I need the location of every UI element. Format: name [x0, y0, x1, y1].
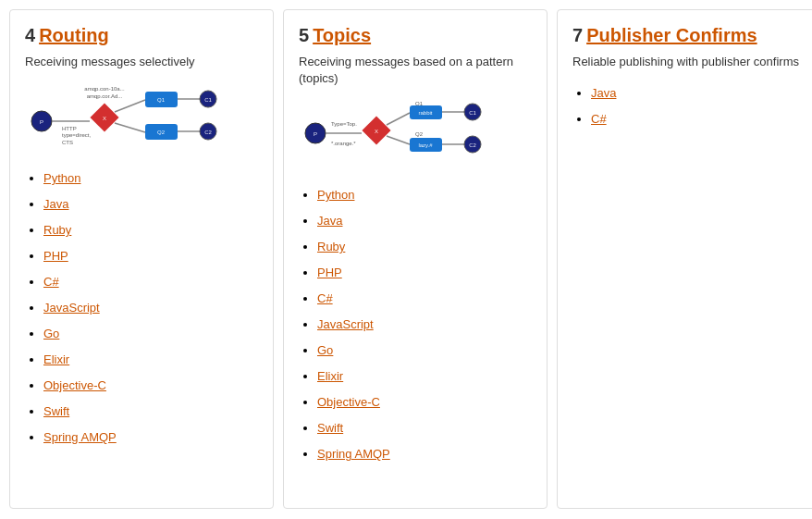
link-elixir[interactable]: Elixir — [43, 352, 69, 366]
list-item: Objective-C — [43, 372, 258, 398]
link-go[interactable]: Go — [43, 327, 59, 340]
card-topics: 5 TopicsReceiving messages based on a pa… — [283, 9, 547, 509]
card-number: 5 — [299, 25, 309, 46]
link-objective-c[interactable]: Objective-C — [43, 378, 106, 392]
link-swift[interactable]: Swift — [317, 421, 343, 435]
svg-text:HTTP: HTTP — [62, 126, 77, 131]
card-title-routing[interactable]: Routing — [39, 25, 109, 46]
svg-text:Q2: Q2 — [415, 131, 424, 137]
svg-line-11 — [115, 123, 145, 132]
svg-text:Q2: Q2 — [157, 130, 166, 135]
card-description: Receiving messages based on a pattern (t… — [299, 54, 532, 87]
card-title-publisher-confirms[interactable]: Publisher Confirms — [586, 25, 757, 46]
svg-text:lazy.#: lazy.# — [418, 142, 433, 148]
svg-line-31 — [387, 136, 410, 144]
svg-text:X: X — [375, 129, 378, 134]
link-c[interactable]: C# — [591, 112, 607, 126]
link-ruby[interactable]: Ruby — [317, 240, 345, 253]
card-title-topics[interactable]: Topics — [313, 25, 371, 46]
list-item: JavaScript — [317, 311, 532, 337]
list-item: Swift — [43, 398, 258, 424]
link-go[interactable]: Go — [317, 343, 333, 357]
list-item: Ruby — [43, 216, 258, 242]
list-item: PHP — [43, 242, 258, 268]
links-list: PythonJavaRubyPHPC#JavaScriptGoElixirObj… — [299, 181, 532, 466]
svg-text:C1: C1 — [204, 97, 212, 103]
list-item: Python — [317, 181, 532, 207]
list-item: Java — [317, 207, 532, 233]
list-item: C# — [43, 268, 258, 294]
link-python[interactable]: Python — [317, 188, 354, 202]
list-item: Elixir — [317, 363, 532, 389]
svg-text:amqp.con-10a...: amqp.con-10a... — [84, 86, 125, 92]
list-item: Go — [43, 320, 258, 346]
card-header: 7 Publisher Confirms — [572, 25, 806, 46]
svg-text:Type=Top.: Type=Top. — [331, 121, 357, 127]
link-java[interactable]: Java — [317, 214, 342, 228]
link-java[interactable]: Java — [591, 86, 616, 100]
list-item: Java — [43, 191, 258, 216]
card-number: 7 — [572, 25, 583, 46]
links-list: PythonJavaRubyPHPC#JavaScriptGoElixirObj… — [25, 165, 258, 450]
svg-line-30 — [387, 113, 410, 125]
links-list: JavaC# — [572, 80, 806, 131]
card-description: Receiving messages selectively — [25, 54, 258, 70]
svg-text:C1: C1 — [469, 110, 476, 116]
card-header: 4 Routing — [25, 25, 258, 46]
card-publisher-confirms: 7 Publisher ConfirmsReliable publishing … — [557, 9, 812, 509]
svg-text:amqp.cor.Ad...: amqp.cor.Ad... — [87, 93, 123, 99]
link-spring-amqp[interactable]: Spring AMQP — [43, 430, 117, 444]
link-c[interactable]: C# — [43, 275, 59, 289]
svg-text:rabbit: rabbit — [418, 110, 432, 116]
link-javascript[interactable]: JavaScript — [43, 301, 100, 315]
link-swift[interactable]: Swift — [43, 404, 69, 418]
link-elixir[interactable]: Elixir — [317, 369, 343, 383]
list-item: Java — [591, 80, 806, 105]
link-ruby[interactable]: Ruby — [43, 223, 71, 237]
link-php[interactable]: PHP — [317, 266, 342, 279]
svg-text:*.orange.*: *.orange.* — [331, 141, 356, 146]
card-header: 5 Topics — [299, 25, 532, 46]
diagram-topics: P Type=Top. *.orange.* X Q1 — [299, 96, 532, 170]
svg-text:X: X — [103, 116, 106, 121]
card-description: Reliable publishing with publisher confi… — [572, 54, 806, 70]
link-c[interactable]: C# — [317, 291, 333, 305]
card-routing: 4 RoutingReceiving messages selectively … — [9, 9, 274, 509]
link-php[interactable]: PHP — [43, 249, 68, 263]
link-java[interactable]: Java — [43, 197, 68, 211]
list-item: Ruby — [317, 233, 532, 259]
svg-text:C2: C2 — [204, 130, 212, 135]
list-item: Python — [43, 165, 258, 191]
list-item: Spring AMQP — [43, 424, 258, 450]
card-number: 4 — [25, 25, 35, 46]
list-item: JavaScript — [43, 294, 258, 320]
svg-text:C2: C2 — [469, 142, 476, 148]
list-item: Swift — [317, 414, 532, 440]
list-item: PHP — [317, 259, 532, 285]
link-javascript[interactable]: JavaScript — [317, 317, 374, 331]
svg-text:Q1: Q1 — [157, 97, 166, 103]
link-spring-amqp[interactable]: Spring AMQP — [317, 447, 390, 461]
svg-text:CTS: CTS — [62, 140, 73, 145]
svg-text:P: P — [40, 119, 43, 125]
svg-text:type=direct,: type=direct, — [62, 132, 92, 138]
list-item: C# — [317, 285, 532, 311]
list-item: Spring AMQP — [317, 440, 532, 466]
list-item: C# — [591, 105, 806, 131]
diagram-routing: P X amqp.con-10a... type=direct, CTS HTT — [25, 80, 258, 154]
cards-container: 4 RoutingReceiving messages selectively … — [9, 9, 812, 509]
svg-line-10 — [115, 100, 145, 112]
link-python[interactable]: Python — [43, 171, 80, 185]
list-item: Objective-C — [317, 389, 532, 414]
list-item: Elixir — [43, 346, 258, 372]
svg-text:P: P — [314, 131, 317, 137]
link-objective-c[interactable]: Objective-C — [317, 395, 380, 409]
list-item: Go — [317, 337, 532, 363]
